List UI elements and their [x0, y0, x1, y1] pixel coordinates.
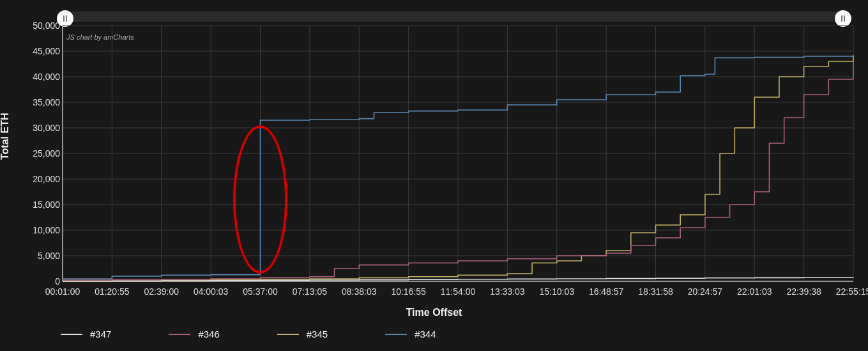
x-tick: 07:13:05 [293, 286, 328, 297]
x-tick: 10:16:55 [391, 286, 426, 297]
x-tick: 22:39:38 [786, 286, 821, 297]
x-tick: 13:33:03 [490, 286, 525, 297]
x-tick: 18:31:58 [638, 286, 673, 297]
x-tick: 20:24:57 [688, 286, 723, 297]
legend-item-345[interactable]: #345 [277, 329, 328, 339]
x-tick: 04:00:03 [194, 286, 229, 297]
y-tick: 20,000 [33, 174, 60, 184]
y-tick: 30,000 [33, 123, 60, 133]
x-tick: 02:39:00 [144, 286, 179, 297]
legend-item-344[interactable]: #344 [385, 329, 436, 339]
y-tick: 10,000 [33, 225, 60, 235]
y-tick: 0 [55, 276, 60, 286]
legend-swatch [277, 334, 299, 335]
y-tick: 40,000 [33, 72, 60, 82]
y-tick: 25,000 [33, 148, 60, 159]
x-tick: 01:20:55 [95, 286, 130, 297]
legend-item-346[interactable]: #346 [169, 329, 219, 339]
x-tick: 22:55:15 [836, 286, 868, 297]
legend-label: #347 [90, 329, 111, 339]
legend-label: #344 [415, 329, 436, 339]
legend-swatch [61, 334, 82, 335]
x-axis-label: Time Offset [0, 307, 868, 318]
x-tick: 00:01:00 [45, 286, 80, 297]
x-tick: 15:10:03 [540, 286, 575, 297]
legend-swatch [385, 334, 407, 335]
legend-swatch [169, 334, 190, 335]
x-tick: 16:48:57 [589, 286, 624, 297]
legend-item-347[interactable]: #347 [61, 329, 111, 339]
x-tick: 08:38:03 [342, 286, 377, 297]
y-tick: 35,000 [33, 97, 60, 107]
y-tick: 15,000 [33, 199, 60, 210]
x-tick: 11:54:00 [441, 286, 476, 297]
legend-label: #346 [198, 329, 219, 339]
chart-container: JS chart by amCharts Total ETH Time Offs… [0, 0, 868, 351]
legend-label: #345 [307, 329, 328, 339]
x-tick: 05:37:00 [243, 286, 278, 297]
y-tick: 45,000 [33, 46, 60, 56]
y-tick: 50,000 [33, 20, 60, 31]
legend: #347#346#345#344 [61, 329, 848, 339]
annotation-ellipse [233, 125, 287, 274]
x-tick: 22:01:03 [737, 286, 772, 297]
chart-plot [0, 0, 868, 351]
y-tick: 5,000 [38, 251, 60, 261]
y-axis-label: Total ETH [0, 113, 11, 160]
